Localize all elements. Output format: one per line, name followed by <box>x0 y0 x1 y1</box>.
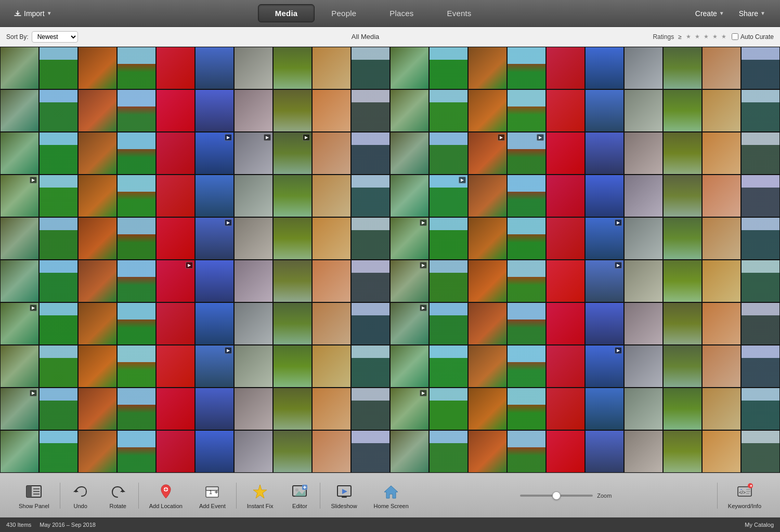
photo-cell[interactable] <box>546 345 585 388</box>
photo-cell[interactable]: ▶ <box>0 302 39 345</box>
rating-stars[interactable]: ★ ★ ★ ★ ★ <box>686 33 727 40</box>
photo-cell[interactable] <box>273 388 312 430</box>
photo-cell[interactable] <box>663 260 702 302</box>
photo-cell[interactable] <box>741 89 780 132</box>
photo-cell[interactable] <box>0 345 39 388</box>
photo-cell[interactable] <box>507 175 546 217</box>
photo-cell[interactable] <box>273 47 312 89</box>
photo-cell[interactable]: ▶ <box>390 388 429 430</box>
photo-cell[interactable] <box>663 388 702 430</box>
photo-cell[interactable]: ▶ <box>234 132 273 175</box>
photo-cell[interactable] <box>39 132 78 175</box>
photo-cell[interactable] <box>78 132 117 175</box>
photo-cell[interactable] <box>234 302 273 345</box>
photo-cell[interactable] <box>624 175 663 217</box>
photo-cell[interactable] <box>351 345 390 388</box>
photo-cell[interactable] <box>663 175 702 217</box>
photo-cell[interactable] <box>546 302 585 345</box>
photo-cell[interactable] <box>468 388 507 430</box>
photo-cell[interactable] <box>429 388 468 430</box>
photo-cell[interactable] <box>117 175 156 217</box>
photo-cell[interactable] <box>351 430 390 473</box>
photo-cell[interactable] <box>702 175 741 217</box>
photo-cell[interactable] <box>39 47 78 89</box>
photo-cell[interactable] <box>429 260 468 302</box>
photo-cell[interactable] <box>585 302 624 345</box>
photo-cell[interactable] <box>312 345 351 388</box>
photo-cell[interactable] <box>39 430 78 473</box>
photo-cell[interactable] <box>312 430 351 473</box>
photo-cell[interactable] <box>702 260 741 302</box>
photo-cell[interactable] <box>663 430 702 473</box>
photo-cell[interactable] <box>117 132 156 175</box>
photo-cell[interactable] <box>195 47 234 89</box>
photo-cell[interactable] <box>702 345 741 388</box>
photo-cell[interactable] <box>741 430 780 473</box>
photo-cell[interactable] <box>546 132 585 175</box>
photo-cell[interactable] <box>663 132 702 175</box>
photo-cell[interactable] <box>39 89 78 132</box>
photo-cell[interactable] <box>585 430 624 473</box>
photo-cell[interactable] <box>429 89 468 132</box>
photo-cell[interactable] <box>273 175 312 217</box>
photo-cell[interactable] <box>585 388 624 430</box>
photo-cell[interactable] <box>156 47 195 89</box>
photo-cell[interactable] <box>585 89 624 132</box>
photo-cell[interactable] <box>78 302 117 345</box>
photo-cell[interactable] <box>312 47 351 89</box>
photo-cell[interactable] <box>195 388 234 430</box>
photo-cell[interactable] <box>546 388 585 430</box>
photo-cell[interactable] <box>351 89 390 132</box>
photo-cell[interactable] <box>663 47 702 89</box>
photo-cell[interactable] <box>0 260 39 302</box>
show-panel-button[interactable]: Show Panel <box>10 479 58 512</box>
photo-cell[interactable] <box>351 260 390 302</box>
photo-cell[interactable] <box>312 260 351 302</box>
photo-cell[interactable] <box>156 217 195 260</box>
photo-cell[interactable] <box>624 217 663 260</box>
photo-cell[interactable]: ▶ <box>156 260 195 302</box>
rotate-button[interactable]: Rotate <box>100 479 136 512</box>
photo-cell[interactable] <box>702 132 741 175</box>
photo-cell[interactable] <box>0 47 39 89</box>
photo-cell[interactable] <box>312 302 351 345</box>
photo-cell[interactable] <box>741 302 780 345</box>
photo-cell[interactable] <box>195 260 234 302</box>
photo-cell[interactable] <box>507 217 546 260</box>
photo-cell[interactable]: ▶ <box>0 388 39 430</box>
photo-cell[interactable] <box>546 430 585 473</box>
photo-cell[interactable] <box>78 217 117 260</box>
photo-cell[interactable] <box>702 302 741 345</box>
photo-cell[interactable] <box>78 430 117 473</box>
photo-cell[interactable]: ▶ <box>585 345 624 388</box>
photo-cell[interactable] <box>78 345 117 388</box>
photo-cell[interactable] <box>468 47 507 89</box>
photo-cell[interactable] <box>156 388 195 430</box>
photo-cell[interactable] <box>117 260 156 302</box>
photo-cell[interactable] <box>741 388 780 430</box>
photo-cell[interactable] <box>585 132 624 175</box>
photo-cell[interactable] <box>546 217 585 260</box>
photo-cell[interactable] <box>507 89 546 132</box>
home-screen-button[interactable]: Home Screen <box>366 479 417 512</box>
photo-cell[interactable] <box>624 47 663 89</box>
photo-cell[interactable] <box>546 260 585 302</box>
photo-cell[interactable]: ▶ <box>585 260 624 302</box>
instant-fix-button[interactable]: Instant Fix <box>239 479 282 512</box>
tab-places[interactable]: Places <box>373 4 430 22</box>
photo-cell[interactable] <box>507 302 546 345</box>
photo-cell[interactable] <box>507 47 546 89</box>
photo-cell[interactable] <box>117 217 156 260</box>
photo-cell[interactable] <box>78 260 117 302</box>
photo-cell[interactable] <box>507 345 546 388</box>
photo-cell[interactable] <box>507 388 546 430</box>
photo-cell[interactable] <box>234 345 273 388</box>
photo-cell[interactable] <box>663 345 702 388</box>
photo-cell[interactable] <box>273 217 312 260</box>
photo-cell[interactable] <box>468 260 507 302</box>
photo-cell[interactable] <box>234 388 273 430</box>
photo-cell[interactable] <box>351 217 390 260</box>
photo-cell[interactable] <box>78 175 117 217</box>
photo-cell[interactable] <box>156 345 195 388</box>
photo-cell[interactable] <box>351 388 390 430</box>
